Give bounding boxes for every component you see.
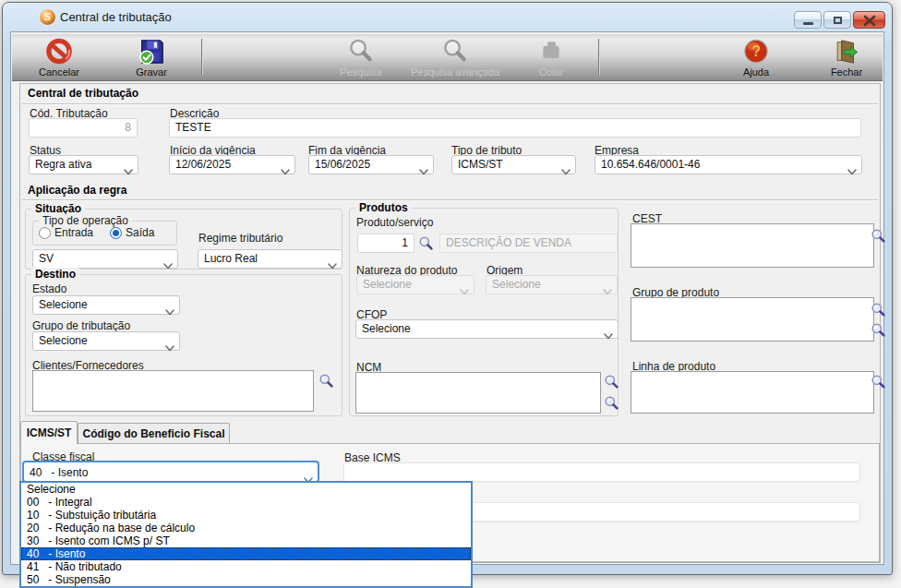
grupo-produto-search-icon[interactable] <box>871 302 886 318</box>
paste-icon <box>539 38 564 66</box>
cest-search-icon[interactable] <box>871 228 886 244</box>
toolbar: Cancelar Gravar Pesquisa <box>12 34 883 81</box>
app-icon: S <box>40 9 55 25</box>
dropdown-item[interactable]: 50 - Suspensão <box>21 573 471 586</box>
cancel-icon <box>45 38 74 70</box>
grupo-produto-search-icon-2[interactable] <box>871 322 886 338</box>
radio-entrada[interactable] <box>39 227 51 239</box>
toolbar-separator <box>598 39 599 75</box>
chevron-down-icon <box>163 257 173 263</box>
title-bar[interactable]: S Central de tributação <box>3 3 892 31</box>
help-icon: ? <box>742 38 770 69</box>
maximize-button[interactable] <box>823 11 851 29</box>
exit-button[interactable]: Fechar <box>810 36 883 79</box>
label-grupo-tributacao: Grupo de tributação <box>32 319 130 332</box>
chevron-down-icon <box>165 339 174 345</box>
group-produtos: Produtos Produto/serviço 1 DESCRIÇÃO DE … <box>349 208 619 416</box>
estado-select[interactable]: Selecione <box>32 295 180 315</box>
desktop: S Central de tributação C <box>0 0 901 588</box>
cod-tributacao-field[interactable]: 8 <box>29 118 138 138</box>
dropdown-item[interactable]: 00 - Integral <box>21 496 471 509</box>
label-produto-servico: Produto/serviço <box>356 216 433 229</box>
chevron-down-icon <box>328 257 337 263</box>
exit-icon <box>833 38 860 69</box>
group-destino: Destino Estado Selecione Grupo de tribut… <box>25 274 342 416</box>
base-icms-field[interactable] <box>343 462 860 482</box>
chevron-down-icon <box>304 471 313 477</box>
tab-icms-st[interactable]: ICMS/ST <box>20 421 78 444</box>
ncm-field[interactable] <box>355 372 601 414</box>
label-radio-saida: Saída <box>126 226 154 239</box>
close-icon <box>863 14 876 30</box>
paste-button: Colar <box>510 36 593 79</box>
svg-text:?: ? <box>751 43 761 59</box>
inicio-vigencia-select[interactable]: 12/06/2025 <box>169 155 295 174</box>
empresa-select[interactable]: 10.654.646/0001-46 <box>595 155 862 174</box>
linha-produto-search-icon[interactable] <box>871 374 886 390</box>
clientes-search-icon[interactable] <box>318 373 334 389</box>
cfop-select[interactable]: Selecione <box>355 319 619 339</box>
maximize-icon <box>834 17 842 24</box>
regime-select[interactable]: Lucro Real <box>198 249 342 269</box>
toolbar-separator <box>201 39 202 75</box>
tab-codigo-beneficio[interactable]: Código do Beneficio Fiscal <box>78 423 230 444</box>
save-icon <box>138 38 165 69</box>
radio-saida[interactable] <box>110 227 122 239</box>
chevron-down-icon <box>603 282 612 289</box>
advanced-search-button: Pesquisa avançada <box>404 36 506 79</box>
group-situacao: Situação Tipo de operação Entrada Saída … <box>25 209 342 270</box>
produto-descricao-field: DESCRIÇÃO DE VENDA <box>439 234 618 253</box>
grupo-tributacao-select[interactable]: Selecione <box>32 331 180 351</box>
tipo-tributo-select[interactable]: ICMS/ST <box>451 155 576 174</box>
close-button[interactable] <box>853 11 885 29</box>
linha-produto-field[interactable] <box>631 371 874 414</box>
operacao-select[interactable]: SV <box>32 249 178 269</box>
classe-fiscal-select[interactable]: 40 - Isento <box>22 461 319 483</box>
advanced-search-icon <box>442 38 469 68</box>
ncm-search-icon-2[interactable] <box>604 395 619 411</box>
section-header-aplicacao: Aplicação da regra <box>28 184 126 197</box>
chevron-down-icon <box>281 162 290 169</box>
produto-servico-field[interactable]: 1 <box>357 234 414 253</box>
divider <box>22 103 878 104</box>
chevron-down-icon <box>847 162 857 169</box>
origem-select: Selecione <box>486 275 618 294</box>
label-estado: Estado <box>32 282 66 295</box>
dropdown-item[interactable]: 10 - Substuição tributária <box>21 509 471 522</box>
minimize-button[interactable] <box>794 11 822 29</box>
minimize-icon <box>803 22 813 25</box>
cest-field[interactable] <box>631 223 874 268</box>
dropdown-item[interactable]: 40 - Isento <box>21 547 471 560</box>
search-icon <box>348 38 375 68</box>
chevron-down-icon <box>604 327 613 333</box>
window-title: Central de tributação <box>60 10 172 24</box>
label-regime-tributario: Regime tributário <box>198 232 282 245</box>
dropdown-item[interactable]: 30 - Isento com ICMS p/ ST <box>21 534 471 547</box>
produto-search-icon[interactable] <box>418 235 434 251</box>
dropdown-item[interactable]: 20 - Redução na base de cálculo <box>21 522 471 534</box>
search-button: Pesquisa <box>319 36 402 79</box>
chevron-down-icon <box>561 162 571 169</box>
help-button[interactable]: ? Ajuda <box>715 36 798 79</box>
dropdown-item[interactable]: 41 - Não tributado <box>21 560 471 573</box>
dropdown-item[interactable]: Selecione <box>21 483 471 496</box>
descricao-field[interactable]: TESTE <box>169 118 861 138</box>
section-header-central: Central de tributação <box>28 87 138 100</box>
save-button[interactable]: Gravar <box>110 36 193 79</box>
ncm-search-icon[interactable] <box>604 374 619 390</box>
chevron-down-icon <box>419 162 428 169</box>
fim-vigencia-select[interactable]: 15/06/2025 <box>308 155 434 174</box>
chevron-down-icon <box>165 303 174 309</box>
chevron-down-icon <box>124 162 133 169</box>
chevron-down-icon <box>460 282 469 289</box>
classe-fiscal-dropdown-list: Selecione 00 - Integral 10 - Substuição … <box>19 481 473 588</box>
status-select[interactable]: Regra ativa <box>29 155 138 174</box>
grupo-produto-field[interactable] <box>631 297 874 342</box>
label-radio-entrada: Entrada <box>54 226 93 239</box>
natureza-select: Selecione <box>356 275 475 294</box>
cancel-button[interactable]: Cancelar <box>18 36 101 79</box>
clientes-fornecedores-field[interactable] <box>32 370 314 412</box>
divider <box>22 199 878 200</box>
